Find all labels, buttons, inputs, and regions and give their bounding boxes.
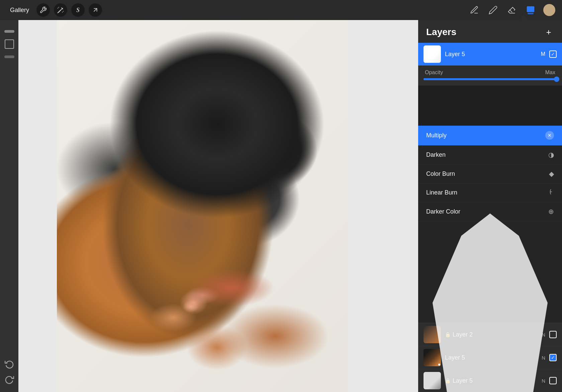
color-burn-icon: ◆ [549, 170, 554, 178]
layer5b-visibility[interactable] [549, 354, 557, 361]
darker-color-icon: ⊕ [548, 208, 554, 216]
brush-size-slider[interactable] [4, 30, 14, 33]
opacity-track[interactable] [424, 78, 557, 80]
active-layer-visibility[interactable] [549, 50, 557, 58]
linear-burn-icon [548, 189, 554, 197]
layer5c-blend: N [542, 378, 545, 384]
opacity-fill [424, 78, 557, 80]
layers-panel: Layers + Layer 5 M Opacity Max Multiply … [418, 20, 562, 392]
blend-multiply-label: Multiply [426, 132, 447, 139]
layers-header: Layers + [418, 20, 562, 43]
blend-mode-darken[interactable]: Darken ◑ [418, 145, 562, 164]
blend-close-button[interactable]: ✕ [545, 131, 554, 140]
blend-linear-burn-label: Linear Burn [426, 189, 457, 196]
layer-row-5c[interactable]: 🔒 Layer 5 N [418, 369, 562, 392]
toolbar-right [468, 4, 555, 16]
active-layer-name: Layer 5 [445, 51, 537, 58]
add-layer-button[interactable]: + [543, 27, 554, 37]
left-sidebar [0, 20, 18, 392]
active-layer-blend: M [541, 51, 545, 57]
opacity-value: Max [545, 70, 555, 76]
layer5c-thumbnail [424, 372, 441, 389]
dog-painting [57, 20, 348, 392]
blend-color-burn-label: Color Burn [426, 170, 455, 177]
blend-darker-color-label: Darker Color [426, 208, 460, 215]
eraser-tool-button[interactable] [506, 4, 518, 16]
blend-mode-multiply[interactable]: Multiply ✕ [418, 126, 562, 145]
pen-tool-button[interactable] [468, 4, 480, 16]
active-layer-thumbnail [424, 45, 441, 63]
undo-button[interactable] [3, 358, 15, 370]
layer5c-visibility[interactable] [549, 377, 557, 384]
layer2-visibility[interactable] [549, 331, 557, 338]
blend-mode-linear-burn[interactable]: Linear Burn [418, 183, 562, 202]
panel-pointer [519, 14, 529, 20]
toolbar-left: Gallery S [7, 3, 102, 17]
layer5b-thumbnail [424, 349, 441, 366]
smudge-button[interactable]: S [71, 3, 85, 17]
svg-line-5 [94, 8, 97, 11]
layers-list: 🔒 Layer 2 N Layer 5 N [418, 323, 562, 392]
darken-icon: ◑ [548, 151, 554, 159]
gallery-button[interactable]: Gallery [7, 5, 32, 16]
top-toolbar: Gallery S [0, 0, 562, 20]
blend-mode-color-burn[interactable]: Color Burn ◆ [418, 164, 562, 183]
redo-button[interactable] [3, 373, 15, 385]
wrench-button[interactable] [36, 3, 50, 17]
layers-title: Layers [426, 27, 456, 37]
blend-darken-label: Darken [426, 151, 446, 158]
magic-wand-button[interactable] [54, 3, 67, 17]
pencil-tool-button[interactable] [487, 4, 499, 16]
layer5b-blend: N [542, 355, 545, 361]
svg-rect-6 [527, 6, 535, 12]
opacity-thumb[interactable] [554, 77, 559, 82]
user-avatar[interactable] [543, 4, 555, 16]
opacity-slider-left[interactable] [4, 55, 14, 58]
active-layer-row[interactable]: Layer 5 M [418, 43, 562, 66]
transform-button[interactable] [89, 3, 102, 17]
opacity-slider-container [418, 78, 562, 86]
svg-line-0 [58, 10, 61, 13]
opacity-row: Opacity Max [418, 66, 562, 78]
opacity-label: Opacity [425, 70, 443, 76]
color-swatch[interactable] [5, 39, 14, 49]
empty-area [418, 86, 562, 126]
